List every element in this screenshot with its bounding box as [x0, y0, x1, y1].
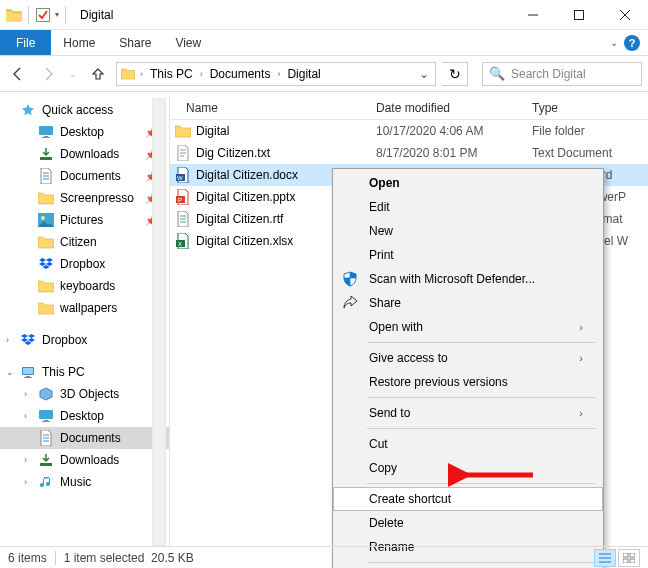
pptx-icon: P	[170, 189, 196, 205]
tree-item-screenpresso[interactable]: Screenpresso📌	[0, 187, 169, 209]
tree-item-downloads[interactable]: ›Downloads	[0, 449, 169, 471]
details-view-button[interactable]	[594, 549, 616, 567]
cm-restore[interactable]: Restore previous versions	[333, 370, 603, 394]
chevron-right-icon[interactable]: ›	[6, 335, 9, 345]
cm-open[interactable]: Open	[333, 171, 603, 195]
tree-label: Quick access	[42, 103, 169, 117]
up-button[interactable]	[86, 62, 110, 86]
minimize-button[interactable]	[510, 0, 556, 30]
navigation-pane: ▴ Quick access Desktop📌Downloads📌Documen…	[0, 96, 170, 546]
chevron-right-icon[interactable]: ›	[24, 477, 27, 487]
tree-item-documents[interactable]: Documents📌	[0, 165, 169, 187]
tree-item-wallpapers[interactable]: wallpapers	[0, 297, 169, 319]
chevron-right-icon[interactable]: ›	[24, 411, 27, 421]
close-button[interactable]	[602, 0, 648, 30]
chevron-right-icon[interactable]: ›	[197, 69, 206, 79]
quick-access-toolbar: ▾	[0, 6, 68, 24]
file-row[interactable]: Dig Citizen.txt8/17/2020 8:01 PMText Doc…	[170, 142, 648, 164]
tree-item-pictures[interactable]: Pictures📌	[0, 209, 169, 231]
address-bar[interactable]: › This PC › Documents › Digital ⌄	[116, 62, 436, 86]
tree-label: Documents	[60, 431, 169, 445]
view-tab[interactable]: View	[163, 30, 213, 55]
breadcrumb-this-pc[interactable]: This PC	[146, 67, 197, 81]
cm-new[interactable]: New	[333, 219, 603, 243]
column-name[interactable]: Name	[170, 101, 376, 115]
svg-point-10	[41, 216, 45, 220]
column-date[interactable]: Date modified	[376, 101, 532, 115]
chevron-right-icon[interactable]: ›	[274, 69, 283, 79]
tree-label: Desktop	[60, 409, 169, 423]
help-icon[interactable]: ?	[624, 35, 640, 51]
cm-copy[interactable]: Copy	[333, 456, 603, 480]
svg-rect-8	[40, 157, 52, 160]
cm-share[interactable]: Share	[333, 291, 603, 315]
scroll-up-icon[interactable]: ▴	[153, 96, 165, 108]
tree-item-desktop[interactable]: ›Desktop	[0, 405, 169, 427]
cm-delete[interactable]: Delete	[333, 511, 603, 535]
cm-edit[interactable]: Edit	[333, 195, 603, 219]
tree-label: Dropbox	[42, 333, 169, 347]
tree-quick-access[interactable]: Quick access	[0, 99, 169, 121]
tree-item-downloads[interactable]: Downloads📌	[0, 143, 169, 165]
cm-create-shortcut[interactable]: Create shortcut	[333, 487, 603, 511]
tree-this-pc[interactable]: ⌄ This PC	[0, 361, 169, 383]
file-type: Text Document	[532, 146, 648, 160]
chevron-down-icon[interactable]: ⌄	[6, 367, 14, 377]
ribbon-expand-icon[interactable]: ⌄	[610, 37, 618, 48]
svg-rect-18	[40, 463, 52, 466]
window-controls	[510, 0, 648, 30]
music-icon	[38, 474, 54, 490]
separator	[367, 483, 595, 484]
properties-checkbox-icon[interactable]	[35, 7, 51, 23]
tree-item-documents[interactable]: Documents	[0, 427, 169, 449]
documents-icon	[38, 168, 54, 184]
forward-button[interactable]	[36, 62, 60, 86]
tree-dropbox[interactable]: › Dropbox	[0, 329, 169, 351]
breadcrumb-documents[interactable]: Documents	[206, 67, 275, 81]
tree-item-citizen[interactable]: Citizen	[0, 231, 169, 253]
cm-cut[interactable]: Cut	[333, 432, 603, 456]
column-type[interactable]: Type	[532, 101, 648, 115]
file-row[interactable]: Digital10/17/2020 4:06 AMFile folder	[170, 120, 648, 142]
breadcrumb-digital[interactable]: Digital	[283, 67, 324, 81]
separator	[65, 6, 66, 24]
cm-open-with[interactable]: Open with›	[333, 315, 603, 339]
tree-item-desktop[interactable]: Desktop📌	[0, 121, 169, 143]
share-tab[interactable]: Share	[107, 30, 163, 55]
tree-label: Documents	[60, 169, 139, 183]
folder-icon	[6, 7, 22, 23]
status-selection: 1 item selected 20.5 KB	[64, 551, 194, 565]
back-button[interactable]	[6, 62, 30, 86]
search-input[interactable]: 🔍 Search Digital	[482, 62, 642, 86]
tree-item-dropbox[interactable]: Dropbox	[0, 253, 169, 275]
svg-rect-31	[623, 559, 628, 563]
cm-give-access[interactable]: Give access to›	[333, 346, 603, 370]
maximize-button[interactable]	[556, 0, 602, 30]
scrollbar-thumb[interactable]	[155, 100, 165, 140]
tree-item-music[interactable]: ›Music	[0, 471, 169, 493]
chevron-right-icon: ›	[579, 321, 583, 333]
cm-scan[interactable]: Scan with Microsoft Defender...	[333, 267, 603, 291]
pc-icon	[20, 364, 36, 380]
cm-print[interactable]: Print	[333, 243, 603, 267]
window-title: Digital	[80, 8, 510, 22]
tree-item-3d-objects[interactable]: ›3D Objects	[0, 383, 169, 405]
tree-item-keyboards[interactable]: keyboards	[0, 275, 169, 297]
qat-dropdown-icon[interactable]: ▾	[55, 10, 59, 19]
chevron-right-icon[interactable]: ›	[137, 69, 146, 79]
tree-label: keyboards	[60, 279, 169, 293]
cm-send-to[interactable]: Send to›	[333, 401, 603, 425]
address-dropdown-icon[interactable]: ⌄	[415, 67, 433, 81]
file-tab[interactable]: File	[0, 30, 51, 55]
recent-locations-button[interactable]: ⌄	[66, 62, 80, 86]
refresh-button[interactable]: ↻	[442, 62, 468, 86]
thumbnails-view-button[interactable]	[618, 549, 640, 567]
chevron-right-icon[interactable]: ›	[24, 455, 27, 465]
downloads-icon	[38, 146, 54, 162]
svg-rect-32	[630, 559, 635, 563]
defender-shield-icon	[341, 270, 359, 288]
search-placeholder: Search Digital	[511, 67, 586, 81]
tree-label: Pictures	[60, 213, 139, 227]
home-tab[interactable]: Home	[51, 30, 107, 55]
chevron-right-icon[interactable]: ›	[24, 389, 27, 399]
